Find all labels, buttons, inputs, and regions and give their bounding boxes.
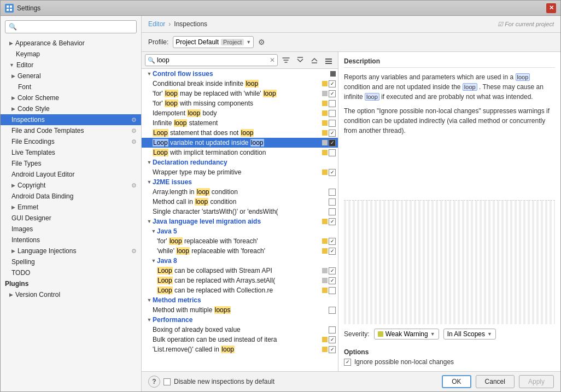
breadcrumb-bar: Editor › Inspections ☑ For current proje… [142, 16, 560, 33]
search-clear-icon[interactable]: ✕ [270, 56, 275, 64]
description-title: Description [344, 57, 555, 68]
collapse-all-button[interactable] [308, 54, 320, 66]
sidebar-item-intentions[interactable]: Intentions [1, 235, 141, 245]
item-checkbox[interactable] [329, 149, 336, 156]
sidebar-item-copyright[interactable]: ▶ Copyright ⚙ [1, 180, 141, 191]
item-checkbox[interactable] [329, 267, 336, 274]
item-checkbox[interactable] [329, 346, 336, 353]
tree-item[interactable]: Bulk operation can be used instead of it… [142, 335, 338, 344]
sidebar-item-code-style[interactable]: ▶ Code Style [1, 103, 141, 114]
options-button[interactable] [323, 54, 335, 66]
tree-item[interactable]: Wrapper type may be primitive [142, 167, 338, 177]
tree-category-declaration-redundancy[interactable]: ▼ Declaration redundancy [142, 157, 338, 167]
item-checkbox[interactable] [329, 80, 336, 87]
item-checkbox[interactable] [329, 326, 336, 334]
sidebar-item-appearance[interactable]: ▶ Appearance & Behavior [1, 38, 141, 49]
sidebar-item-file-types[interactable]: File Types [1, 158, 141, 169]
tree-item[interactable]: Method call in loop condition [142, 197, 338, 207]
tree-search-input[interactable] [157, 56, 270, 64]
svg-rect-2 [7, 9, 9, 11]
item-checkbox[interactable] [329, 189, 336, 196]
cancel-button[interactable]: Cancel [476, 375, 515, 388]
sidebar-item-file-code-templates[interactable]: File and Code Templates ⚙ [1, 125, 141, 136]
tree-item[interactable]: Loop statement that does not loop [142, 128, 338, 138]
sidebar-item-android-layout[interactable]: Android Layout Editor [1, 169, 141, 180]
sidebar-item-general[interactable]: ▶ General [1, 71, 141, 81]
breadcrumb-editor-link[interactable]: Editor [148, 20, 165, 28]
item-checkbox[interactable] [329, 100, 336, 107]
severity-indicator [322, 110, 328, 116]
disable-checkbox[interactable] [163, 378, 171, 385]
sidebar-item-todo[interactable]: TODO [1, 267, 141, 278]
item-checkbox[interactable] [329, 130, 336, 137]
sidebar-item-android-data-binding[interactable]: Android Data Binding [1, 191, 141, 202]
tree-item[interactable]: Conditional break inside infinite loop [142, 79, 338, 89]
item-checkbox[interactable] [329, 287, 336, 294]
help-button[interactable]: ? [148, 376, 160, 388]
tree-item[interactable]: 'for' loop may be replaced with 'while' … [142, 89, 338, 98]
item-checkbox[interactable] [329, 238, 336, 245]
severity-select[interactable]: Weak Warning ▼ [374, 329, 439, 340]
close-button[interactable]: ✕ [546, 3, 556, 13]
tree-category-java-migration[interactable]: ▼ Java language level migration aids [142, 217, 338, 226]
sidebar-search-input[interactable] [5, 20, 137, 33]
tree-category-control-flow[interactable]: ▼ Control flow issues [142, 69, 338, 79]
item-checkbox[interactable] [329, 277, 336, 284]
option-checkbox-1[interactable] [344, 359, 351, 366]
sidebar-item-images[interactable]: Images [1, 224, 141, 235]
sidebar-item-color-scheme[interactable]: ▶ Color Scheme [1, 92, 141, 103]
scope-select[interactable]: In All Scopes ▼ [443, 329, 496, 340]
sidebar-item-gui-designer[interactable]: GUI Designer [1, 213, 141, 224]
tree-category-java5[interactable]: ▼ Java 5 [142, 226, 338, 236]
expand-all-button[interactable] [294, 54, 306, 66]
gear-icon: ⚙ [131, 248, 137, 255]
tree-item[interactable]: Array.length in loop condition [142, 187, 338, 197]
tree-item[interactable]: Loop with implicit termination condition [142, 148, 338, 157]
item-checkbox[interactable] [329, 218, 336, 225]
item-checkbox[interactable] [329, 248, 336, 255]
item-checkbox[interactable] [329, 90, 336, 97]
filter-button[interactable] [280, 54, 292, 66]
item-checkbox[interactable] [329, 336, 336, 343]
tree-item[interactable]: Single character 'startsWith()' or 'ends… [142, 207, 338, 217]
tree-category-performance[interactable]: ▼ Performance [142, 315, 338, 325]
ok-button[interactable]: OK [442, 375, 471, 388]
item-checkbox[interactable] [329, 120, 336, 127]
tree-category-method-metrics[interactable]: ▼ Method metrics [142, 295, 338, 305]
item-checkbox[interactable] [329, 169, 336, 176]
profile-gear-icon[interactable]: ⚙ [258, 38, 265, 46]
tree-item[interactable]: Boxing of already boxed value [142, 325, 338, 335]
tree-item[interactable]: 'for' loop with missing components [142, 98, 338, 108]
sidebar-item-emmet[interactable]: ▶ Emmet [1, 202, 141, 213]
apply-button[interactable]: Apply [519, 375, 554, 388]
tree-item[interactable]: Loop can be collapsed with Stream API [142, 266, 338, 276]
tree-item[interactable]: Method with multiple loops [142, 305, 338, 315]
tree-category-j2me[interactable]: ▼ J2ME issues [142, 177, 338, 187]
sidebar-item-spelling[interactable]: Spelling [1, 256, 141, 267]
tree-item[interactable]: 'while' loop replaceable with 'foreach' [142, 246, 338, 256]
tree-item[interactable]: 'for' loop replaceable with 'foreach' [142, 236, 338, 246]
tree-item-selected[interactable]: Loop variable not updated inside loop [142, 138, 338, 148]
item-checkbox[interactable] [329, 110, 336, 117]
sidebar-item-file-encodings[interactable]: File Encodings ⚙ [1, 136, 141, 147]
item-checkbox[interactable] [329, 208, 336, 215]
sidebar-item-plugins[interactable]: Plugins [1, 278, 141, 289]
tree-item[interactable]: Loop can be replaced with Arrays.setAll( [142, 276, 338, 285]
sidebar-item-keymap[interactable]: Keymap [1, 49, 141, 60]
tree-category-java8[interactable]: ▼ Java 8 [142, 256, 338, 266]
tree-item[interactable]: Infinite loop statement [142, 118, 338, 128]
item-checkbox[interactable] [329, 139, 336, 147]
item-checkbox[interactable] [329, 198, 336, 206]
sidebar-item-live-templates[interactable]: Live Templates [1, 147, 141, 158]
sidebar-item-inspections[interactable]: Inspections ⚙ [1, 114, 141, 125]
chevron-right-icon: ▶ [9, 292, 13, 297]
sidebar-item-language-injections[interactable]: ▶ Language Injections ⚙ [1, 245, 141, 256]
tree-item[interactable]: 'List.remove()' called in loop [142, 344, 338, 354]
sidebar-item-version-control[interactable]: ▶ Version Control [1, 289, 141, 300]
item-checkbox[interactable] [329, 307, 336, 314]
tree-item[interactable]: Loop can be replaced with Collection.re [142, 285, 338, 295]
profile-select-container[interactable]: Project Default Project ▼ [173, 36, 254, 48]
tree-item[interactable]: Idempotent loop body [142, 108, 338, 118]
sidebar-item-font[interactable]: Font [1, 81, 141, 92]
sidebar-item-editor[interactable]: ▼ Editor [1, 60, 141, 71]
